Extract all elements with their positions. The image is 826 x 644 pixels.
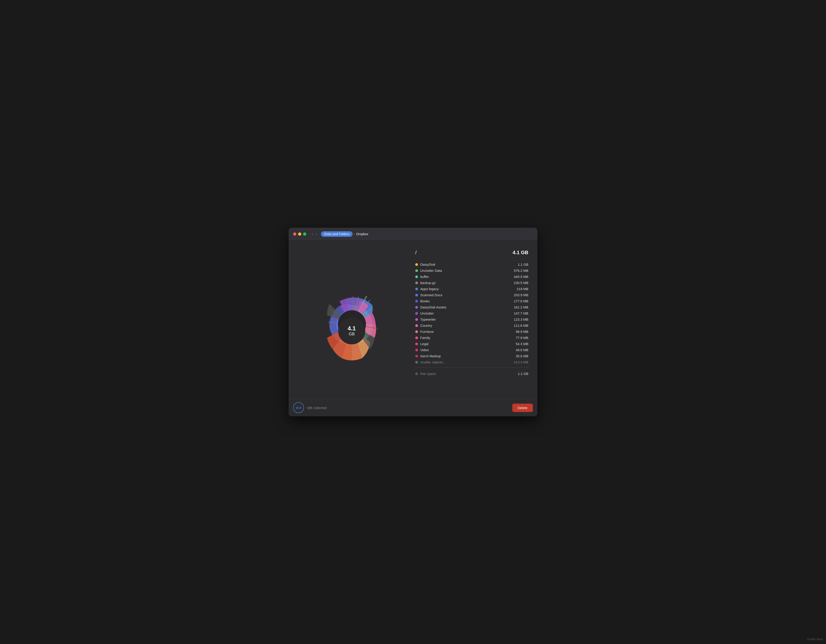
items-list: DaisyDisk1.1 GBUnclutter Data576.2 MBbuf… — [415, 261, 528, 365]
item-name: DaisyDisk Assets — [420, 305, 506, 309]
item-name: Country — [420, 324, 506, 327]
breadcrumb-separator: › — [354, 232, 355, 236]
item-dot — [415, 318, 418, 321]
list-item: smaller objects…413.4 MB — [415, 359, 528, 365]
collected-label: MB collected — [307, 406, 509, 410]
footer: 10.5 MB collected Delete — [289, 399, 537, 416]
item-name: Unclutter Data — [420, 268, 506, 273]
list-item: backup.gz230.5 MB — [415, 280, 528, 286]
breadcrumb-root[interactable]: Disks and Folders — [321, 231, 352, 237]
item-dot — [415, 306, 418, 309]
list-item: DaisyDisk Assets161.2 MB — [415, 304, 528, 310]
list-item: DaisyDisk1.1 GB — [415, 261, 528, 267]
watermark: Panfile.Store — [807, 638, 823, 641]
item-dot — [415, 337, 418, 339]
list-item: Furniture98.9 MB — [415, 329, 528, 335]
breadcrumb-current: Dropbox — [356, 232, 368, 236]
list-item: Unclutter147.7 MB — [415, 310, 528, 317]
close-button[interactable] — [293, 233, 296, 236]
chart-area: 4.1 GB — [298, 247, 406, 392]
list-item: Gen3 Markup35.6 MB — [415, 353, 528, 359]
item-dot — [415, 300, 418, 303]
item-size: 35.6 MB — [508, 354, 528, 358]
titlebar: ‹ › Disks and Folders › Dropbox — [289, 228, 537, 241]
item-size: 1.1 GB — [508, 262, 528, 266]
item-name: Video — [420, 348, 506, 352]
item-name: Family — [420, 336, 506, 340]
free-space-size: 1.1 GB — [508, 372, 528, 376]
item-dot — [415, 349, 418, 351]
item-dot — [415, 361, 418, 364]
info-panel: / 4.1 GB DaisyDisk1.1 GBUnclutter Data57… — [415, 247, 528, 392]
item-name: Legal — [420, 342, 506, 346]
item-size: 123.3 MB — [508, 318, 528, 321]
item-size: 576.2 MB — [508, 268, 528, 273]
chart-size-value: 4.1 — [348, 325, 356, 332]
item-name: Apps legacy — [420, 287, 506, 291]
back-button[interactable]: ‹ — [311, 231, 314, 236]
item-dot — [415, 331, 418, 333]
item-dot — [415, 263, 418, 266]
chart-size-unit: GB — [349, 332, 355, 337]
item-name: Furniture — [420, 330, 506, 334]
item-size: 413.4 MB — [508, 360, 528, 364]
free-space-item: free space 1.1 GB — [415, 370, 528, 377]
item-size: 147.7 MB — [508, 311, 528, 315]
item-name: buffer — [420, 275, 506, 279]
list-item: Scanned Docs203.9 MB — [415, 292, 528, 298]
list-item: Legal54.3 MB — [415, 341, 528, 347]
item-name: Scanned Docs — [420, 293, 506, 297]
item-size: 219 MB — [508, 287, 528, 291]
item-size: 49.6 MB — [508, 348, 528, 352]
list-item: Typewriter123.3 MB — [415, 317, 528, 323]
main-content: 4.1 GB / 4.1 GB DaisyDisk1.1 GBUnclutter… — [289, 241, 537, 399]
root-size: 4.1 GB — [512, 250, 528, 256]
chart-container: 4.1 GB — [304, 261, 399, 379]
item-size: 230.5 MB — [508, 281, 528, 285]
item-size: 177.6 MB — [508, 299, 528, 303]
item-dot — [415, 281, 418, 284]
breadcrumb: Disks and Folders › Dropbox — [321, 231, 368, 237]
delete-button[interactable]: Delete — [512, 403, 533, 412]
main-window: ‹ › Disks and Folders › Dropbox — [289, 228, 537, 416]
root-path: / — [415, 250, 417, 256]
list-item: Unclutter Data576.2 MB — [415, 267, 528, 274]
chart-center-label: 4.1 GB — [338, 317, 365, 345]
list-item: Country111.6 MB — [415, 323, 528, 329]
fullscreen-button[interactable] — [303, 233, 306, 236]
item-name: backup.gz — [420, 281, 506, 285]
item-size: 98.9 MB — [508, 330, 528, 334]
traffic-lights — [293, 233, 306, 236]
item-dot — [415, 312, 418, 315]
item-dot — [415, 288, 418, 290]
free-space-dot — [415, 372, 418, 375]
list-item: Family77.9 MB — [415, 335, 528, 341]
item-name: Books — [420, 299, 506, 303]
item-size: 161.2 MB — [508, 305, 528, 309]
list-item: Apps legacy219 MB — [415, 286, 528, 292]
item-dot — [415, 294, 418, 296]
item-size: 203.9 MB — [508, 293, 528, 297]
item-size: 54.3 MB — [508, 342, 528, 346]
item-dot — [415, 355, 418, 357]
item-dot — [415, 324, 418, 327]
forward-button[interactable]: › — [315, 231, 318, 236]
collected-value: 10.5 — [296, 406, 301, 410]
item-name: Unclutter — [420, 311, 506, 315]
list-item: Books177.6 MB — [415, 298, 528, 304]
minimize-button[interactable] — [298, 233, 301, 236]
collected-badge: 10.5 — [293, 402, 304, 413]
root-line: / 4.1 GB — [415, 250, 528, 257]
item-dot — [415, 275, 418, 278]
item-size: 440.9 MB — [508, 275, 528, 279]
list-item: buffer440.9 MB — [415, 274, 528, 280]
free-space-label: free space — [420, 372, 506, 376]
item-name: smaller objects… — [420, 360, 506, 364]
item-dot — [415, 343, 418, 345]
item-size: 77.9 MB — [508, 336, 528, 340]
item-name: Typewriter — [420, 318, 506, 321]
list-item: Video49.6 MB — [415, 347, 528, 353]
item-size: 111.6 MB — [508, 324, 528, 327]
nav-arrows: ‹ › — [311, 231, 318, 236]
item-name: Gen3 Markup — [420, 354, 506, 358]
